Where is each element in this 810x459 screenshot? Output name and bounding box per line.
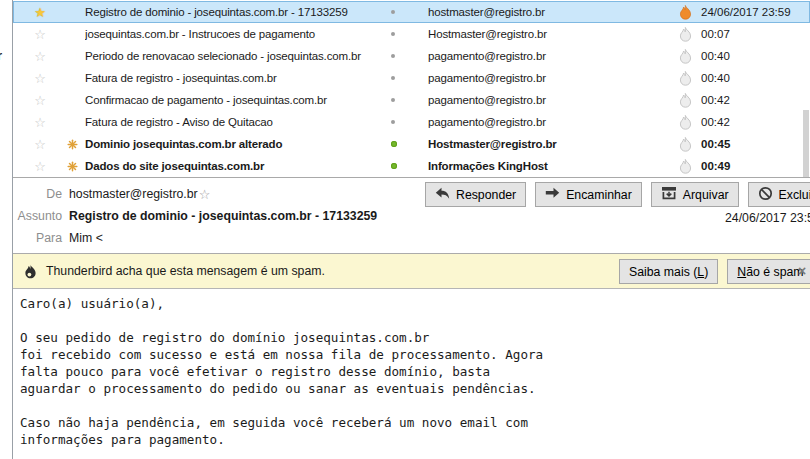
header-subject-row: Assunto Registro de dominio - josequinta… [13,205,810,227]
star-icon[interactable]: ★ [13,6,67,19]
thunderbird-window: r ★ Registro de dominio - josequintas.co… [0,0,810,459]
star-icon[interactable]: ☆ [13,116,67,129]
star-message-icon[interactable]: ☆ [199,187,211,202]
message-row[interactable]: ☆ Fatura de registro - Aviso de Quitacao… [13,111,810,133]
message-date: 00:42 [701,94,810,106]
folder-pane-fragment: r [0,0,13,459]
message-row[interactable]: ★ Registro de dominio - josequintas.com.… [13,1,810,23]
star-icon[interactable]: ☆ [13,160,67,173]
junk-flame-icon[interactable] [678,27,701,42]
reply-icon [435,187,450,203]
message-row[interactable]: ☆ Periodo de renovacao selecionado - jos… [13,45,810,67]
message-body: Caro(a) usuário(a), O seu pedido de regi… [13,289,810,448]
junk-flame-icon[interactable] [678,93,701,108]
forward-label: Encaminhar [566,188,632,202]
archive-icon [661,186,677,203]
message-subject: Registro de dominio - josequintas.com.br… [85,6,390,18]
message-subject: Dados do site josequintas.com.br [85,160,390,172]
message-sender: pagamento@registro.br [428,72,678,84]
message-subject: Confirmacao de pagamento - josequintas.c… [85,94,390,106]
learn-more-button[interactable]: Saiba mais (L) [619,259,718,284]
read-indicator-icon [390,54,428,58]
message-sender: pagamento@registro.br [428,116,678,128]
new-mail-icon [67,161,85,172]
message-list: ★ Registro de dominio - josequintas.com.… [13,0,810,178]
read-indicator-icon [390,32,428,36]
message-sender: pagamento@registro.br [428,94,678,106]
message-action-toolbar: Responder Encaminhar Arquivar Excluir Ma… [425,182,810,207]
message-date: 00:07 [701,28,810,40]
star-icon[interactable]: ☆ [13,72,67,85]
message-subject: Periodo de renovacao selecionado - joseq… [85,50,390,62]
header-to-row: Para Mim < [13,227,810,249]
message-body-pane: Caro(a) usuário(a), O seu pedido de regi… [13,289,810,456]
message-sender: hostmaster@registro.br [428,6,678,18]
junk-flame-icon[interactable] [678,159,701,174]
message-subject: Dominio josequintas.com.br alterado [85,138,390,150]
message-date: 00:42 [701,116,810,128]
message-sender: Hostmaster@registro.br [428,138,678,150]
delete-label: Excluir [779,188,810,202]
archive-button[interactable]: Arquivar [651,182,739,207]
star-icon[interactable]: ☆ [13,138,67,151]
subject-label: Assunto [13,209,62,223]
to-label: Para [13,231,62,245]
delete-icon [758,186,773,204]
junk-flame-icon[interactable] [678,115,701,130]
message-row[interactable]: ☆ Fatura de registro - josequintas.com.b… [13,67,810,89]
read-indicator-icon [390,120,428,124]
read-indicator-icon [390,98,428,102]
list-scrollbar-thumb[interactable] [803,110,809,177]
star-icon[interactable]: ☆ [13,28,67,41]
new-mail-icon [67,139,85,150]
subject-value: Registro de dominio - josequintas.com.br… [69,209,377,223]
main-area: ★ Registro de dominio - josequintas.com.… [13,0,810,459]
message-row[interactable]: ☆ Dados do site josequintas.com.br Infor… [13,155,810,177]
message-header-pane: De hostmaster@registro.br ☆ Assunto Regi… [13,178,810,254]
delete-button[interactable]: Excluir [748,182,810,207]
from-label: De [13,187,62,201]
message-subject: Fatura de registro - Aviso de Quitacao [85,116,390,128]
spam-flame-icon [24,264,37,279]
message-date-header: 24/06/2017 23:59 [725,211,810,225]
message-date: 24/06/2017 23:59 [701,6,810,18]
forward-button[interactable]: Encaminhar [535,182,642,207]
message-sender: Informações KingHost [428,160,678,172]
read-indicator-icon [390,10,428,14]
reply-label: Responder [456,188,516,202]
message-row[interactable]: ☆ Dominio josequintas.com.br alterado Ho… [13,133,810,155]
message-sender: pagamento@registro.br [428,50,678,62]
spam-notification-bar: Thunderbird acha que esta mensagem é um … [13,254,810,289]
message-subject: josequintas.com.br - Instrucoes de pagam… [85,28,390,40]
not-spam-label: Não é spam [737,265,803,279]
message-date: 00:40 [701,72,810,84]
spam-bar-buttons: Saiba mais (L) Não é spam [619,259,810,284]
star-icon[interactable]: ☆ [13,94,67,107]
junk-flame-icon[interactable] [678,71,701,86]
close-icon[interactable]: × [798,263,810,279]
read-indicator-icon [390,76,428,80]
junk-flame-icon[interactable] [678,49,701,64]
folder-name-fragment: r [0,48,2,63]
message-row[interactable]: ☆ josequintas.com.br - Instrucoes de pag… [13,23,810,45]
message-date: 00:45 [701,138,810,150]
junk-flame-icon[interactable] [678,5,701,20]
message-row[interactable]: ☆ Confirmacao de pagamento - josequintas… [13,89,810,111]
star-icon[interactable]: ☆ [13,50,67,63]
spam-message-text: Thunderbird acha que esta mensagem é um … [46,264,325,278]
junk-flame-icon[interactable] [678,137,701,152]
read-indicator-icon [390,163,428,169]
message-subject: Fatura de registro - josequintas.com.br [85,72,390,84]
learn-more-label: Saiba mais (L) [629,265,708,279]
forward-icon [545,187,560,202]
reply-button[interactable]: Responder [425,182,526,207]
message-sender: Hostmaster@registro.br [428,28,678,40]
read-indicator-icon [390,141,428,147]
message-date: 00:49 [701,160,810,172]
to-value: Mim < [69,231,103,245]
message-date: 00:40 [701,50,810,62]
archive-label: Arquivar [683,188,729,202]
from-value: hostmaster@registro.br [69,187,198,201]
